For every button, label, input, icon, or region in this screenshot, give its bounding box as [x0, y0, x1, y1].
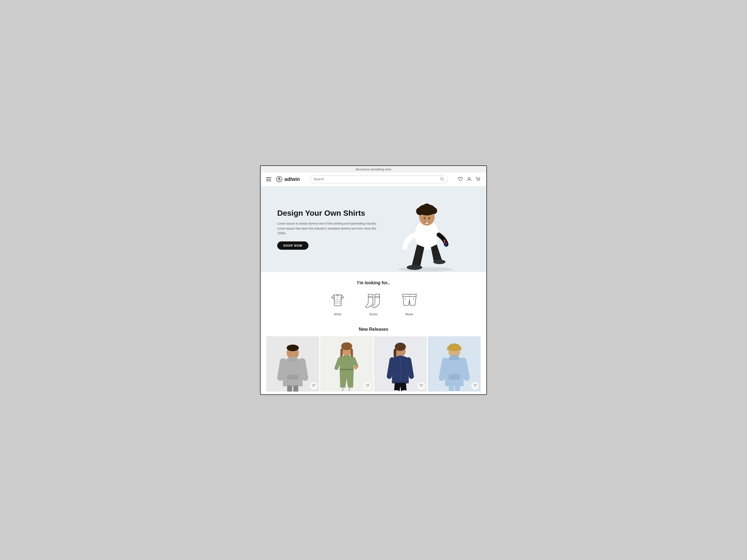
product-card-3 [374, 336, 427, 392]
category-section: I'm looking for.. Shirts [261, 272, 486, 321]
logo-icon [276, 176, 283, 183]
svg-point-16 [428, 217, 430, 219]
svg-point-11 [431, 207, 437, 214]
search-input[interactable] [313, 177, 440, 181]
svg-point-3 [468, 178, 470, 180]
product-card-1 [266, 336, 319, 392]
search-icon [440, 177, 444, 182]
shirt-icon [328, 291, 347, 310]
socks-label: Socks [369, 313, 378, 316]
logo-text: adlwin [284, 177, 300, 182]
logo[interactable]: adlwin [276, 176, 300, 183]
boxer-icon [400, 291, 419, 310]
hamburger-menu[interactable] [266, 177, 271, 181]
products-grid [266, 336, 481, 392]
hero-content: Design Your Own Shirts Lorem Ipsum is si… [277, 209, 382, 249]
boxer-label: Boxer [406, 313, 414, 316]
hero-title: Design Your Own Shirts [277, 209, 382, 218]
svg-point-14 [433, 260, 445, 264]
svg-rect-31 [293, 385, 298, 392]
shirts-label: Shirts [334, 313, 341, 316]
new-releases-title: New Releases [266, 327, 481, 332]
svg-rect-50 [448, 391, 454, 392]
svg-rect-51 [454, 391, 461, 392]
hero-description: Lorem Ipsum is simply dummy text of the … [277, 221, 382, 236]
product-card-2 [320, 336, 374, 392]
svg-point-12 [422, 204, 431, 212]
svg-point-5 [479, 180, 480, 181]
socks-icon [364, 291, 383, 310]
looking-for-title: I'm looking for.. [266, 281, 481, 285]
new-releases-section: New Releases [261, 321, 486, 394]
announce-text: Announce something here [356, 167, 391, 171]
wishlist-button-1[interactable] [310, 382, 317, 390]
svg-point-34 [341, 342, 352, 350]
wishlist-button-4[interactable] [471, 382, 479, 390]
header-icons [458, 177, 481, 182]
svg-point-47 [448, 344, 460, 351]
wishlist-button-3[interactable] [418, 382, 425, 390]
svg-point-4 [477, 180, 478, 181]
header: adlwin [261, 172, 486, 186]
cart-icon[interactable] [475, 177, 481, 182]
svg-point-6 [398, 267, 453, 272]
svg-point-1 [441, 177, 443, 180]
announce-bar: Announce something here [261, 166, 486, 172]
category-item-shirts[interactable]: Shirts [328, 291, 347, 316]
category-item-socks[interactable]: Socks [364, 291, 383, 316]
category-items: Shirts Socks [266, 291, 481, 316]
svg-point-15 [423, 217, 426, 219]
shop-now-button[interactable]: SHOP NOW [277, 241, 308, 250]
svg-line-2 [443, 180, 444, 181]
browser-frame: Announce something here adlwin [260, 165, 487, 395]
svg-rect-48 [449, 385, 454, 392]
svg-rect-30 [287, 385, 292, 392]
wishlist-icon[interactable] [458, 177, 463, 182]
hero-image [381, 186, 470, 272]
hero-person-svg [384, 189, 467, 272]
svg-point-13 [407, 265, 422, 270]
category-item-boxer[interactable]: Boxer [400, 291, 419, 316]
wishlist-button-2[interactable] [364, 382, 371, 390]
hero-section: Design Your Own Shirts Lorem Ipsum is si… [261, 186, 486, 272]
svg-rect-49 [455, 385, 460, 392]
svg-point-39 [395, 343, 406, 351]
product-card-4 [428, 336, 481, 392]
search-bar[interactable] [310, 175, 448, 183]
account-icon[interactable] [466, 177, 472, 182]
svg-point-29 [287, 345, 299, 351]
